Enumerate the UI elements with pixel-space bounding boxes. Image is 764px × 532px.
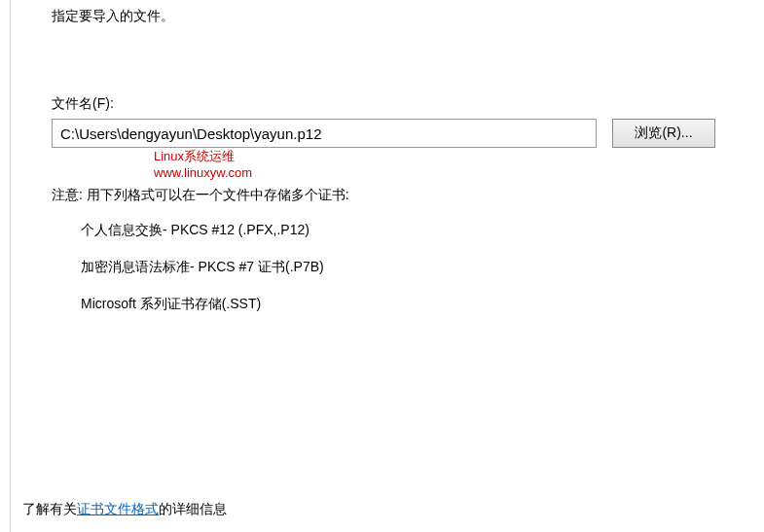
- watermark-line2: www.linuxyw.com: [154, 165, 252, 182]
- footer-suffix: 的详细信息: [159, 501, 227, 516]
- footer-info: 了解有关证书文件格式的详细信息: [22, 501, 227, 518]
- format-pkcs12: 个人信息交换- PKCS #12 (.PFX,.P12): [81, 222, 764, 239]
- file-path-input[interactable]: [52, 119, 597, 148]
- cert-format-link[interactable]: 证书文件格式: [77, 501, 159, 516]
- footer-prefix: 了解有关: [22, 501, 77, 516]
- browse-button[interactable]: 浏览(R)...: [612, 119, 715, 148]
- watermark-line1: Linux系统运维: [154, 149, 252, 165]
- file-name-label: 文件名(F):: [52, 95, 764, 113]
- dialog-container: 指定要导入的文件。 文件名(F): 浏览(R)... Linux系统运维 www…: [10, 0, 764, 532]
- file-section: 文件名(F): 浏览(R)...: [52, 95, 764, 148]
- format-pkcs7: 加密消息语法标准- PKCS #7 证书(.P7B): [81, 259, 764, 276]
- import-instruction: 指定要导入的文件。: [52, 8, 764, 25]
- format-note: 注意: 用下列格式可以在一个文件中存储多个证书:: [52, 187, 764, 204]
- file-input-row: 浏览(R)...: [52, 119, 764, 148]
- format-list: 个人信息交换- PKCS #12 (.PFX,.P12) 加密消息语法标准- P…: [81, 222, 764, 313]
- format-sst: Microsoft 系列证书存储(.SST): [81, 296, 764, 313]
- watermark: Linux系统运维 www.linuxyw.com: [154, 149, 252, 182]
